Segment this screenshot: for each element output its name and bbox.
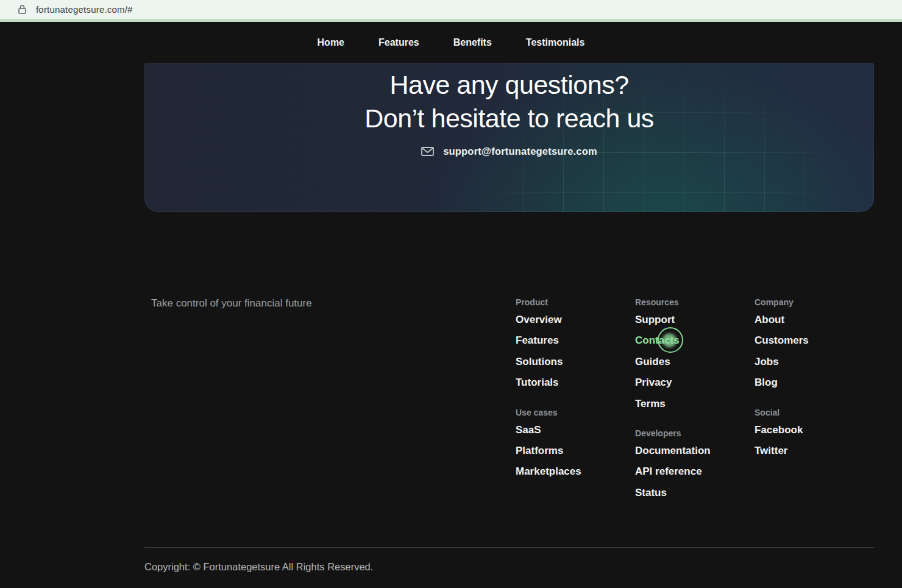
list-item: Customers [755, 335, 874, 347]
footer-column-3: CompanyAboutCustomersJobsBlogSocialFaceb… [755, 297, 874, 508]
footer-link-customers[interactable]: Customers [755, 335, 809, 347]
click-indicator-ring [658, 327, 683, 353]
footer-link-jobs[interactable]: Jobs [755, 356, 779, 368]
footer-link-solutions[interactable]: Solutions [516, 356, 563, 368]
list-item: Documentation [635, 445, 755, 457]
contact-card: Have any questions? Don’t hesitate to re… [144, 63, 874, 212]
footer-main: Take control of your financial future Pr… [0, 212, 902, 508]
nav-item-features[interactable]: Features [378, 37, 419, 48]
footer-list-company: AboutCustomersJobsBlog [755, 314, 874, 389]
footer-link-platforms[interactable]: Platforms [516, 445, 563, 457]
footer-group-developers: DevelopersDocumentationAPI referenceStat… [635, 428, 755, 499]
contact-heading-line1: Have any questions? [389, 70, 628, 99]
copyright-text: Copyright: © Fortunategetsure All Rights… [144, 561, 874, 573]
lock-icon[interactable] [18, 5, 26, 14]
list-item: Privacy [635, 377, 755, 389]
nav-item-home[interactable]: Home [318, 37, 344, 48]
footer-link-status[interactable]: Status [635, 487, 667, 499]
contact-heading: Have any questions? Don’t hesitate to re… [144, 63, 874, 135]
footer-group-use-cases: Use casesSaaSPlatformsMarketplaces [516, 408, 635, 478]
top-nav: HomeFeaturesBenefitsTestimonials [0, 22, 902, 63]
footer-link-about[interactable]: About [755, 314, 784, 326]
list-item: SaaS [516, 424, 635, 436]
footer-link-facebook[interactable]: Facebook [755, 424, 803, 436]
list-item: Jobs [755, 356, 874, 368]
list-item: Overview [516, 314, 635, 326]
footer-list-use-cases: SaaSPlatformsMarketplaces [516, 424, 635, 478]
footer-list-social: FacebookTwitter [755, 424, 874, 458]
list-item: Guides [635, 356, 755, 368]
email-row: support@fortunategetsure.com [144, 146, 874, 157]
footer-heading-social: Social [755, 408, 874, 417]
list-item: Contacts [635, 335, 755, 347]
footer-link-saas[interactable]: SaaS [516, 424, 541, 436]
footer-group-resources: ResourcesSupportContactsGuidesPrivacyTer… [635, 297, 755, 410]
footer-column-1: ProductOverviewFeaturesSolutionsTutorial… [516, 297, 635, 508]
contact-heading-line2: Don’t hesitate to reach us [364, 104, 654, 133]
footer-link-marketplaces[interactable]: Marketplaces [516, 466, 581, 478]
footer-link-privacy[interactable]: Privacy [635, 377, 672, 389]
footer: Take control of your financial future Pr… [0, 212, 902, 573]
list-item: Terms [635, 398, 755, 410]
footer-heading-resources: Resources [635, 297, 755, 307]
list-item: Blog [755, 377, 874, 389]
footer-link-documentation[interactable]: Documentation [635, 445, 711, 457]
list-item: Facebook [755, 424, 874, 436]
footer-heading-use-cases: Use cases [516, 408, 635, 417]
footer-list-product: OverviewFeaturesSolutionsTutorials [516, 314, 635, 389]
footer-tagline-box: Take control of your financial future [144, 297, 516, 508]
list-item: Solutions [516, 356, 635, 368]
footer-heading-product: Product [516, 297, 635, 307]
list-item: About [755, 314, 874, 326]
footer-group-company: CompanyAboutCustomersJobsBlog [755, 297, 874, 389]
list-item: Platforms [516, 445, 635, 457]
footer-bottom: Copyright: © Fortunategetsure All Rights… [144, 547, 874, 573]
list-item: Twitter [755, 445, 874, 457]
url-text[interactable]: fortunategetsure.com/# [36, 4, 133, 15]
footer-group-social: SocialFacebookTwitter [755, 408, 874, 458]
footer-link-contacts[interactable]: Contacts [635, 335, 680, 347]
footer-link-guides[interactable]: Guides [635, 356, 670, 368]
footer-list-developers: DocumentationAPI referenceStatus [635, 445, 755, 499]
envelope-icon [421, 147, 434, 156]
support-email-link[interactable]: support@fortunategetsure.com [443, 146, 597, 157]
footer-divider [144, 547, 874, 548]
footer-heading-company: Company [755, 297, 874, 307]
browser-address-bar[interactable]: fortunategetsure.com/# [0, 0, 902, 19]
footer-link-features[interactable]: Features [516, 335, 559, 347]
list-item: Marketplaces [516, 466, 635, 478]
list-item: Support [635, 314, 755, 326]
footer-group-product: ProductOverviewFeaturesSolutionsTutorial… [516, 297, 635, 389]
footer-column-2: ResourcesSupportContactsGuidesPrivacyTer… [635, 297, 755, 508]
nav-item-benefits[interactable]: Benefits [453, 37, 492, 48]
footer-link-terms[interactable]: Terms [635, 398, 666, 410]
list-item: Tutorials [516, 377, 635, 389]
footer-link-overview[interactable]: Overview [516, 314, 562, 326]
footer-link-twitter[interactable]: Twitter [755, 445, 787, 457]
footer-tagline: Take control of your financial future [151, 297, 516, 310]
footer-link-support[interactable]: Support [635, 314, 675, 326]
list-item: Features [516, 335, 635, 347]
list-item: Status [635, 487, 755, 499]
click-indicator-dot [662, 333, 676, 347]
footer-link-tutorials[interactable]: Tutorials [516, 377, 559, 389]
footer-link-api-reference[interactable]: API reference [635, 466, 702, 478]
footer-list-resources: SupportContactsGuidesPrivacyTerms [635, 314, 755, 410]
footer-link-blog[interactable]: Blog [755, 377, 778, 389]
footer-heading-developers: Developers [635, 428, 755, 438]
list-item: API reference [635, 466, 755, 478]
nav-item-testimonials[interactable]: Testimonials [526, 37, 585, 48]
